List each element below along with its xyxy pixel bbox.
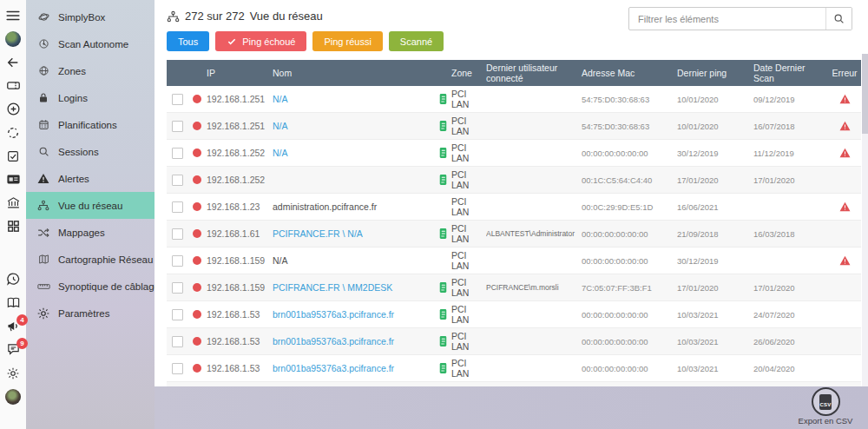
row-checkbox[interactable] xyxy=(172,228,183,240)
bank-icon xyxy=(6,195,21,210)
last-scan-cell: 16/07/2018 xyxy=(753,122,795,131)
sidebar-item-synoptique-de-cablage[interactable]: Synoptique de câblage xyxy=(26,273,155,300)
name-cell[interactable]: brn001ba95376a3.pcifrance.fr xyxy=(273,309,394,320)
row-checkbox[interactable] xyxy=(172,282,183,294)
rail-docs[interactable] xyxy=(4,294,22,311)
column-header-5[interactable]: Zone xyxy=(451,60,486,86)
table-row[interactable]: 192.168.1.159 N/A PCI LAN 00:00:00:00:00… xyxy=(167,248,861,274)
column-header-10[interactable]: Erreur xyxy=(828,60,861,86)
vertical-scrollbar[interactable] xyxy=(862,54,868,386)
row-checkbox[interactable] xyxy=(172,121,183,132)
filter-ping-reussi[interactable]: Ping réussi xyxy=(312,31,382,51)
rail-tickets[interactable] xyxy=(4,77,22,94)
scrollbar-thumb[interactable] xyxy=(862,54,868,134)
row-checkbox[interactable] xyxy=(172,175,183,186)
filter-scanne[interactable]: Scanné xyxy=(389,31,444,51)
sidebar-item-scan-autonome[interactable]: Scan Autonome xyxy=(26,30,155,57)
row-checkbox[interactable] xyxy=(172,148,183,159)
last-ping-cell: 10/03/2021 xyxy=(677,337,719,346)
name-cell[interactable]: brn001ba95376a3.pcifrance.fr xyxy=(273,363,394,373)
name-cell[interactable]: brn001ba95376a3.pcifrance.fr xyxy=(273,336,394,346)
name-cell[interactable]: PCIFRANCE.FR \ MM2DESK xyxy=(273,282,392,293)
sidebar-item-simplybox[interactable]: SimplyBox xyxy=(26,3,155,30)
warning-icon xyxy=(839,255,851,266)
sidebar-item-logins[interactable]: Logins xyxy=(26,84,155,111)
ticket-icon xyxy=(6,78,21,93)
row-checkbox[interactable] xyxy=(172,309,183,320)
ping-failed-dot xyxy=(193,256,201,265)
row-checkbox[interactable] xyxy=(172,94,183,105)
search-button[interactable] xyxy=(825,8,852,30)
sidebar-item-vue-du-reseau[interactable]: Vue du réseau xyxy=(26,192,155,219)
name-cell[interactable]: N/A xyxy=(273,94,288,104)
sidebar-item-parametres[interactable]: Paramètres xyxy=(26,300,155,327)
column-header-3[interactable]: Nom xyxy=(273,60,434,86)
filter-ping-echoue[interactable]: Ping échoué xyxy=(215,31,306,51)
column-header-9[interactable]: Date Dernier Scan xyxy=(753,60,828,86)
sidebar-item-label: Alertes xyxy=(58,174,89,184)
filter-search xyxy=(628,7,852,30)
rail-history-chat[interactable] xyxy=(4,271,22,287)
rail-profile[interactable] xyxy=(4,388,22,405)
rail-wallet[interactable] xyxy=(4,171,22,188)
sidebar-item-planifications[interactable]: Planifications xyxy=(26,111,155,138)
sidebar-item-cartographie-reseau[interactable]: Cartographie Réseau xyxy=(26,246,155,273)
search-input[interactable] xyxy=(629,8,825,30)
table-row[interactable]: 192.168.1.53 brn001ba95376a3.pcifrance.f… xyxy=(167,301,861,328)
table-row[interactable]: 192.168.1.23 administration.pcifrance.fr… xyxy=(167,194,861,221)
table-row[interactable]: 192.168.1.53 brn001ba95376a3.pcifrance.f… xyxy=(167,328,861,355)
name-cell[interactable]: PCIFRANCE.FR \ N/A xyxy=(273,228,363,239)
rail-bank[interactable] xyxy=(4,195,22,211)
table-row[interactable]: 192.168.1.159 PCIFRANCE.FR \ MM2DESK PCI… xyxy=(167,274,861,301)
view-title: Vue du réseau xyxy=(250,10,323,23)
sphere-icon xyxy=(36,11,50,23)
sidebar-item-alertes[interactable]: Alertes xyxy=(26,165,155,192)
mac-cell: 00:0C:29:9D:E5:1D xyxy=(582,202,653,212)
rail-messages[interactable]: 9 xyxy=(4,341,22,358)
rail-earth[interactable] xyxy=(4,30,22,47)
rail-add[interactable] xyxy=(4,101,22,117)
rail-sync[interactable] xyxy=(4,124,22,141)
sitemap-icon xyxy=(36,200,50,211)
lock-icon xyxy=(36,92,50,103)
calendar-icon xyxy=(36,119,50,130)
table-row[interactable]: 192.168.1.251 N/A PCI LAN 54:75:D0:30:68… xyxy=(167,86,861,113)
column-header-6[interactable]: Dernier utilisateur connecté xyxy=(486,60,582,86)
rail-settings[interactable] xyxy=(4,365,22,381)
grid-icon xyxy=(6,219,21,234)
rail-back[interactable] xyxy=(4,54,22,70)
last-ping-cell: 17/01/2020 xyxy=(677,283,719,293)
ping-failed-dot xyxy=(193,283,201,292)
name-cell[interactable]: N/A xyxy=(273,148,288,158)
table-row[interactable]: 192.168.1.61 PCIFRANCE.FR \ N/A PCI LAN … xyxy=(167,221,861,248)
rail-menu[interactable] xyxy=(4,7,22,23)
sidebar-item-mappages[interactable]: Mappages xyxy=(26,219,155,246)
ip-cell: 192.168.1.159 xyxy=(207,282,265,293)
table-row[interactable]: 192.168.1.252 N/A PCI LAN 00:00:00:00:00… xyxy=(167,140,861,167)
table-row[interactable]: 192.168.1.252 PCI LAN 00:1C:C5:64:C4:40 … xyxy=(167,167,861,194)
column-header-7[interactable]: Adresse Mac xyxy=(582,60,677,86)
filter-tous[interactable]: Tous xyxy=(167,31,209,51)
table-body: 192.168.1.251 N/A PCI LAN 54:75:D0:30:68… xyxy=(167,86,861,393)
warning-icon xyxy=(839,201,851,212)
name-cell[interactable]: N/A xyxy=(273,121,288,131)
radar-icon xyxy=(36,38,50,50)
row-checkbox[interactable] xyxy=(172,201,183,213)
server-icon xyxy=(437,362,449,374)
table-row[interactable]: 192.168.1.53 brn001ba95376a3.pcifrance.f… xyxy=(167,355,861,382)
warning-icon xyxy=(839,148,851,158)
column-header-2[interactable]: IP xyxy=(207,60,273,86)
sidebar-item-sessions[interactable]: Sessions xyxy=(26,138,155,165)
column-header-8[interactable]: Dernier ping xyxy=(677,60,753,86)
row-checkbox[interactable] xyxy=(172,255,183,267)
sidebar-item-zones[interactable]: Zones xyxy=(26,57,155,84)
rail-tasks[interactable] xyxy=(4,148,22,164)
export-csv-button[interactable]: CSV Export en CSV xyxy=(795,387,856,426)
row-checkbox[interactable] xyxy=(172,363,183,374)
row-checkbox[interactable] xyxy=(172,336,183,347)
rail-apps[interactable] xyxy=(4,218,22,234)
ruler-icon xyxy=(36,282,50,291)
rail-announcements[interactable]: 4 xyxy=(4,318,22,334)
warning-icon xyxy=(839,121,851,131)
table-row[interactable]: 192.168.1.251 N/A PCI LAN 54:75:D0:30:68… xyxy=(167,113,861,140)
